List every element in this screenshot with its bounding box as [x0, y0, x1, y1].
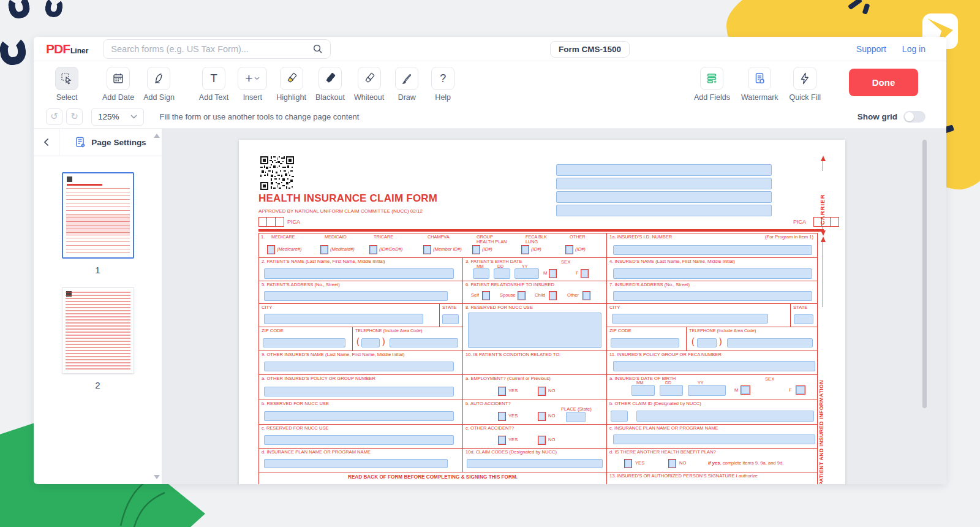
- insured-city-field[interactable]: [612, 314, 768, 324]
- insert-button[interactable]: + Insert: [238, 67, 267, 102]
- page-thumbnail-2[interactable]: [62, 287, 134, 374]
- another-plan-no-checkbox[interactable]: [668, 459, 676, 468]
- insured-policy-group-field[interactable]: [613, 361, 815, 371]
- carrier-arrow-down: [821, 230, 826, 236]
- birth-mm-field[interactable]: [473, 268, 489, 279]
- quick-fill-button[interactable]: Quick Fill: [790, 67, 821, 102]
- search-input[interactable]: [111, 44, 312, 54]
- item4-cell: 4. INSURED'S NAME (Last Name, First Name…: [606, 257, 818, 281]
- champva-checkbox[interactable]: [423, 245, 431, 254]
- search-icon[interactable]: [312, 44, 323, 54]
- other-claim-id-field[interactable]: [636, 411, 814, 422]
- insured-area-code-field[interactable]: [697, 338, 717, 347]
- zoom-select[interactable]: 125%: [91, 108, 144, 126]
- add-date-button[interactable]: Add Date: [102, 67, 134, 102]
- birth-yy-field[interactable]: [514, 268, 539, 279]
- patient-city-field[interactable]: [264, 314, 423, 324]
- birth-dd-field[interactable]: [494, 268, 510, 279]
- insured-name-field[interactable]: [613, 268, 812, 279]
- undo-button[interactable]: ↺: [46, 108, 62, 125]
- item3-label: 3. PATIENT'S BIRTH DATE: [466, 259, 522, 265]
- whiteout-button[interactable]: Whiteout: [354, 67, 384, 102]
- support-link[interactable]: Support: [856, 44, 886, 54]
- auto-accident-yes-checkbox[interactable]: [498, 412, 506, 421]
- draw-button[interactable]: Draw: [393, 67, 420, 102]
- insured-id-field[interactable]: [613, 245, 812, 255]
- sidebar-scroll-up[interactable]: [154, 134, 160, 138]
- add-text-button[interactable]: T Add Text: [199, 67, 228, 102]
- other-claim-qualifier-field[interactable]: [611, 411, 628, 422]
- insured-dob-yy-field[interactable]: [688, 385, 726, 396]
- insured-phone-field[interactable]: [727, 338, 813, 347]
- rel-spouse-checkbox[interactable]: [518, 291, 526, 300]
- page-settings-label: Page Settings: [91, 138, 146, 147]
- patient-phone-field[interactable]: [390, 338, 458, 347]
- patient-address-field[interactable]: [264, 291, 448, 301]
- insured-zip-field[interactable]: [611, 338, 679, 347]
- patient-state-field[interactable]: [442, 314, 459, 324]
- canvas-scrollbar[interactable]: [922, 140, 927, 408]
- carrier-address-field[interactable]: [556, 205, 772, 216]
- undo-icon: ↺: [50, 111, 58, 122]
- other-accident-no-checkbox[interactable]: [538, 436, 546, 445]
- item9b-label: b. RESERVED FOR NUCC USE: [262, 401, 329, 407]
- watermark-button[interactable]: Watermark: [741, 67, 778, 102]
- employment-yes-checkbox[interactable]: [498, 387, 506, 396]
- pdfliner-logo[interactable]: PDFLiner: [46, 42, 88, 56]
- auto-accident-no-checkbox[interactable]: [538, 412, 546, 421]
- other-plan-checkbox[interactable]: [565, 245, 573, 254]
- insurance-plan-name-field[interactable]: [613, 434, 815, 444]
- group-health-plan-checkbox[interactable]: [472, 245, 480, 254]
- carrier-address-field[interactable]: [556, 191, 772, 203]
- add-fields-button[interactable]: Add Fields: [694, 67, 730, 102]
- another-plan-yes-checkbox[interactable]: [624, 459, 632, 468]
- nucc-reserved-block[interactable]: [468, 313, 601, 348]
- rel-other-checkbox[interactable]: [582, 291, 590, 300]
- nucc-b-field[interactable]: [264, 411, 454, 421]
- select-tool-button[interactable]: Select: [53, 67, 80, 102]
- patient-name-field[interactable]: [264, 268, 454, 279]
- collapse-sidebar-button[interactable]: [34, 129, 59, 156]
- pica-boxes-right[interactable]: [813, 217, 839, 227]
- claim-codes-field[interactable]: [467, 459, 603, 468]
- highlight-button[interactable]: Highlight: [276, 67, 306, 102]
- carrier-address-field[interactable]: [556, 164, 772, 176]
- rel-child-checkbox[interactable]: [549, 291, 557, 300]
- page-thumbnail-1[interactable]: [62, 172, 134, 259]
- employment-no-checkbox[interactable]: [538, 387, 546, 396]
- other-plan-name-field[interactable]: [264, 459, 448, 468]
- page-settings-button[interactable]: Page Settings: [59, 129, 162, 156]
- done-button[interactable]: Done: [849, 69, 918, 96]
- sidebar-scroll-down[interactable]: [154, 475, 160, 479]
- redo-button[interactable]: ↻: [66, 108, 83, 125]
- patient-sex-f-checkbox[interactable]: [581, 269, 589, 278]
- patient-area-code-field[interactable]: [361, 338, 380, 347]
- help-button[interactable]: ? Help: [429, 67, 456, 102]
- insured-address-field[interactable]: [613, 291, 812, 301]
- show-grid-toggle[interactable]: [903, 111, 925, 123]
- tricare-checkbox[interactable]: [369, 245, 377, 254]
- other-insured-name-field[interactable]: [264, 362, 454, 371]
- other-accident-yes-checkbox[interactable]: [498, 436, 506, 445]
- accident-place-field[interactable]: [566, 412, 586, 422]
- add-sign-button[interactable]: Add Sign: [143, 67, 175, 102]
- login-link[interactable]: Log in: [902, 44, 925, 54]
- nucc-c-field[interactable]: [264, 435, 454, 445]
- insured-sex-f-checkbox[interactable]: [796, 385, 805, 395]
- medicaid-checkbox[interactable]: [320, 245, 328, 254]
- item2-cell: 2. PATIENT'S NAME (Last Name, First Name…: [258, 257, 462, 281]
- insured-dob-dd-field[interactable]: [660, 385, 683, 396]
- insured-sex-m-checkbox[interactable]: [741, 385, 750, 395]
- other-insured-policy-field[interactable]: [264, 387, 454, 396]
- feca-blk-lung-checkbox[interactable]: [521, 245, 529, 254]
- rel-self-checkbox[interactable]: [482, 291, 490, 300]
- item11c-label: c. INSURANCE PLAN NAME OR PROGRAM NAME: [609, 426, 718, 431]
- carrier-address-field[interactable]: [556, 178, 772, 189]
- patient-zip-field[interactable]: [263, 338, 345, 347]
- blackout-button[interactable]: Blackout: [315, 67, 345, 102]
- medicare-checkbox[interactable]: [267, 245, 275, 254]
- insured-dob-mm-field[interactable]: [631, 385, 655, 396]
- patient-sex-m-checkbox[interactable]: [549, 269, 557, 278]
- pica-boxes-left[interactable]: [258, 217, 284, 227]
- insured-state-field[interactable]: [794, 314, 813, 324]
